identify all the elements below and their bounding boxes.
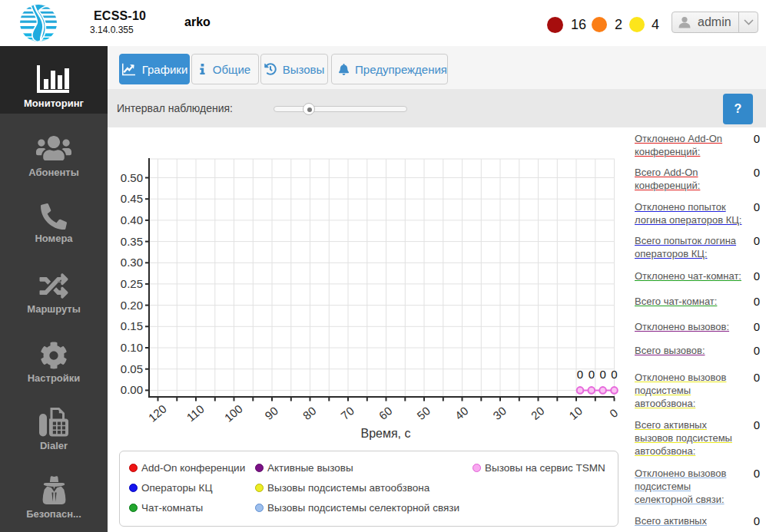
svg-text:60: 60 [376, 404, 395, 422]
svg-text:0: 0 [577, 368, 583, 381]
svg-text:90: 90 [262, 404, 280, 422]
svg-text:0.40: 0.40 [121, 213, 143, 226]
svg-text:0.45: 0.45 [121, 192, 143, 205]
svg-text:0: 0 [611, 368, 617, 381]
svg-text:20: 20 [529, 404, 547, 422]
svg-text:30: 30 [490, 404, 509, 422]
svg-text:0: 0 [607, 406, 620, 420]
svg-text:50: 50 [414, 404, 433, 422]
svg-text:0: 0 [589, 368, 595, 381]
svg-text:0.00: 0.00 [121, 383, 143, 396]
svg-text:0.50: 0.50 [121, 171, 143, 184]
svg-text:0.35: 0.35 [121, 235, 143, 248]
svg-text:110: 110 [184, 402, 207, 424]
svg-text:120: 120 [146, 402, 169, 425]
svg-text:80: 80 [300, 404, 319, 422]
svg-text:Время, с: Время, с [360, 427, 410, 440]
svg-text:0.25: 0.25 [121, 277, 143, 290]
svg-text:0: 0 [599, 368, 605, 381]
svg-text:100: 100 [222, 402, 245, 425]
svg-text:0.30: 0.30 [121, 256, 143, 269]
svg-text:10: 10 [566, 404, 585, 422]
svg-text:0.20: 0.20 [121, 299, 143, 312]
svg-text:40: 40 [453, 404, 471, 422]
svg-text:70: 70 [338, 404, 356, 422]
svg-text:0.05: 0.05 [121, 362, 143, 375]
svg-text:0.15: 0.15 [121, 319, 143, 332]
svg-text:0.10: 0.10 [121, 341, 143, 354]
